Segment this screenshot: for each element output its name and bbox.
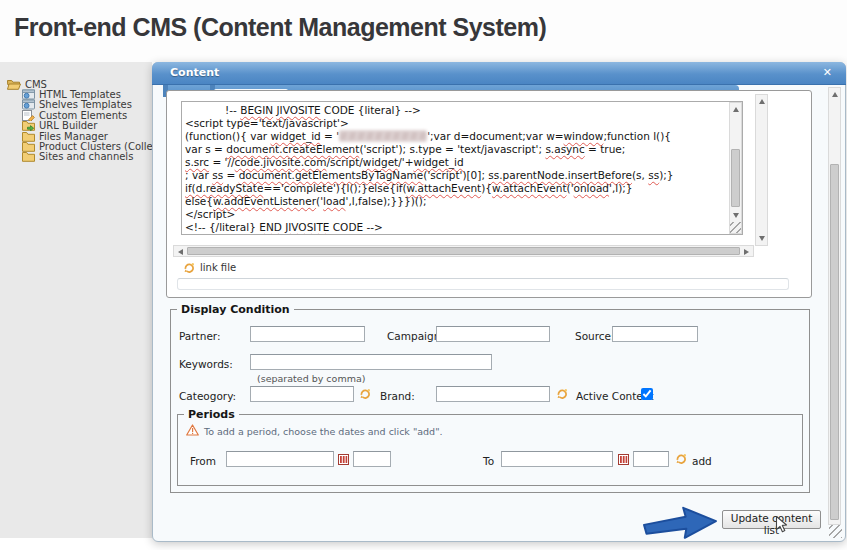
source-input[interactable] [612,326,698,342]
folder-icon [22,131,35,142]
campaign-input[interactable] [436,326,550,342]
tree-item-sites-and-channels[interactable]: Sites and channels [0,152,152,162]
category-input[interactable] [250,386,354,402]
scroll-left-arrow[interactable] [175,246,186,257]
tree-item-label: HTML Templates [39,89,121,100]
navigation-tree: CMS HTML Templates Shelves Templates Cus… [0,79,152,162]
link-file-label: link file [200,262,236,273]
annotation-arrow-icon [640,504,722,542]
brand-input[interactable] [436,386,550,402]
periods-legend: Periods [184,408,239,421]
to-date-input[interactable] [501,451,613,467]
to-label: To [483,455,494,467]
tree-item-custom-elements[interactable]: Custom Elements [0,110,152,120]
go-arrow-icon[interactable] [360,388,371,399]
tree-item-label: URL Builder [39,120,97,131]
keywords-input[interactable] [250,354,492,370]
display-condition-fieldset: Display Condition Partner: Campaign: Sou… [170,309,810,493]
close-icon[interactable]: ✕ [823,66,832,79]
tree-item-cms[interactable]: CMS [0,79,152,89]
periods-hint: To add a period, choose the dates and cl… [204,426,443,437]
content-dialog: Content ✕ !-- BEGIN JIVOSITE CODE {liter… [152,62,846,542]
scrollbar-thumb[interactable] [830,164,839,520]
dialog-resize-grip[interactable] [829,525,842,538]
tree-item-html-templates[interactable]: HTML Templates [0,89,152,99]
tree-item-label: CMS [25,79,47,90]
panel-hscrollbar[interactable] [173,245,754,257]
tree-item-product-clusters[interactable]: Product Clusters (Collections) [0,141,152,151]
go-arrow-icon [184,262,195,273]
calendar-icon[interactable] [338,453,349,465]
from-label: From [190,455,216,467]
display-condition-legend: Display Condition [177,303,294,316]
category-label: Cateogory: [179,390,236,402]
keywords-hint: (separated by comma) [257,373,365,384]
warning-triangle-icon [186,424,199,436]
tree-item-label: Sites and channels [39,151,133,162]
scroll-right-arrow[interactable] [741,246,752,257]
partner-input[interactable] [250,326,365,342]
scroll-up-arrow[interactable] [829,89,840,100]
sidebar: CMS HTML Templates Shelves Templates Cus… [0,62,152,538]
code-editor[interactable]: !-- BEGIN JIVOSITE CODE {literal} --><sc… [181,101,743,235]
brand-label: Brand: [380,390,415,402]
link-file-button[interactable]: link file [184,262,236,273]
scrollbar-thumb[interactable] [731,149,740,207]
tree-item-label: Shelves Templates [39,99,132,110]
update-content-list-button[interactable]: Update content list [722,510,821,529]
template-icon [22,89,35,100]
active-content-checkbox[interactable] [641,388,653,400]
from-time-input[interactable] [353,451,391,467]
template-icon [22,99,35,110]
keywords-label: Keywords: [179,358,233,370]
page-header: Front-end CMS (Content Management System… [0,0,847,62]
tree-item-label: Files Manager [39,131,108,142]
folder-icon [22,141,35,152]
panel-vscrollbar[interactable] [755,94,768,246]
tree-item-url-builder[interactable]: URL Builder [0,121,152,131]
mouse-cursor-icon [775,515,788,534]
tree-item-files-manager[interactable]: Files Manager [0,131,152,141]
dialog-title: Content [170,66,219,79]
folder-icon [22,151,35,162]
from-date-input[interactable] [226,451,334,467]
scrollbar-thumb[interactable] [187,247,740,255]
scroll-up-arrow[interactable] [730,104,741,115]
scroll-up-arrow[interactable] [756,96,767,107]
partner-label: Partner: [179,330,221,342]
to-time-input[interactable] [633,451,669,467]
folder-green-arrow-icon [22,120,35,131]
open-folder-icon [7,79,21,90]
code-text[interactable]: !-- BEGIN JIVOSITE CODE {literal} --><sc… [185,104,726,234]
page-title: Front-end CMS (Content Management System… [0,0,847,42]
source-label: Source: [575,330,615,342]
scroll-down-arrow[interactable] [756,233,767,244]
go-arrow-icon[interactable] [676,453,687,464]
calendar-icon[interactable] [618,453,629,465]
dialog-titlebar[interactable]: Content ✕ [152,62,846,85]
tab-content-panel: !-- BEGIN JIVOSITE CODE {literal} --><sc… [166,90,812,298]
go-arrow-icon[interactable] [557,388,568,399]
add-period-button[interactable]: add [692,455,712,467]
scroll-down-arrow[interactable] [730,210,741,221]
periods-fieldset: Periods To add a period, choose the date… [177,414,803,486]
element-pencil-icon [22,110,35,121]
resize-grip[interactable] [730,222,741,233]
code-editor-vscrollbar[interactable] [729,102,742,234]
tree-item-label: Custom Elements [39,110,127,121]
dialog-vscrollbar[interactable] [828,87,841,525]
tree-item-shelves-templates[interactable]: Shelves Templates [0,100,152,110]
file-path-field[interactable] [177,278,789,290]
